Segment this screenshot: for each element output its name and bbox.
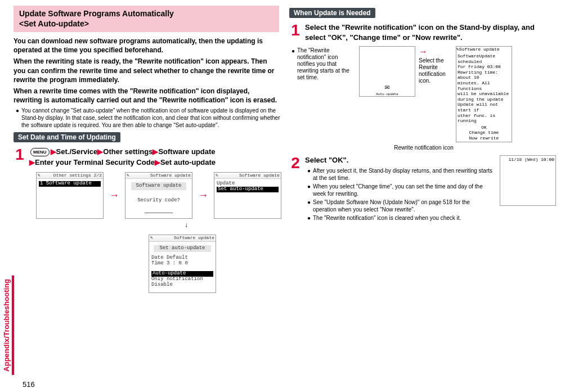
step-number-2: 2 [289, 155, 302, 222]
software-update-dialog: ✎Software update SoftwareUpdate schedule… [456, 46, 512, 142]
intro-paragraph-3: When a rewrite time comes with the "Rewr… [14, 87, 279, 105]
select-icon-annotation-text: Select the Rewrite notification icon. [419, 57, 446, 84]
right-step2-text: Select "OK". [305, 155, 495, 165]
step-number-1: 1 [14, 147, 26, 167]
sw-line7: Update will not start if [458, 102, 510, 112]
screen4-title: Software update [174, 236, 214, 241]
set-date-heading: Set Date and Time of Updating [14, 132, 120, 142]
step2-bullet1: After you select it, the Stand-by displa… [313, 167, 493, 182]
standby-clock-screenshot: 11/18 (Wed) 10:00 [500, 155, 556, 206]
menu-key-icon: MENU [30, 148, 50, 156]
nav-path: MENU▶Set./Service▶Other settings▶Softwar… [29, 147, 280, 167]
screen-security-code: ✎Software update Software update Securit… [125, 172, 192, 219]
bullet-dot-icon: ● [307, 199, 313, 213]
left-column: Update Software Programs Automatically <… [14, 6, 282, 293]
select-icon-annotation: → Select the Rewrite notification icon. [419, 46, 452, 84]
pencil-icon: ✎ [127, 173, 129, 178]
screen2-title: Software update [150, 173, 191, 178]
step2-bullet4: The "Rewrite notification" icon is clear… [313, 214, 461, 222]
screen4-heading: Set auto-update [154, 245, 211, 252]
right-step1-bullet: The "Rewrite notification" icon notifies… [297, 47, 353, 81]
right-step1-text: Select the "Rewrite notification" icon o… [305, 22, 556, 43]
right-step1-figure: ● The "Rewrite notification" icon notifi… [289, 46, 558, 142]
sw-line2: for Friday 03:00 [458, 64, 510, 70]
screen-update-menu: ✎Software update Update Set auto-update [214, 172, 281, 219]
screen-set-auto-update: ✎Software update Set auto-update Date De… [149, 235, 216, 292]
sw-line5: will be unavailable [458, 91, 510, 97]
sw-line8: other func. is running [458, 113, 510, 124]
sw-line4: minutes. All functions [458, 80, 510, 91]
nav-other-settings: Other settings [103, 147, 153, 156]
sw-change-time: Change time [458, 130, 510, 136]
right-step-1: 1 Select the "Rewrite notification" icon… [289, 22, 556, 43]
feature-title-line1: Update Software Programs Automatically [19, 9, 273, 19]
screen-other-settings: ✎Other settings 2/2 1 Software update [36, 172, 104, 219]
left-step-1: 1 MENU▶Set./Service▶Other settings▶Softw… [14, 147, 280, 167]
sw-line6: during the update [458, 97, 510, 102]
sw-ok: OK [458, 125, 510, 130]
screen1-title: Other settings 2/2 [53, 173, 102, 178]
step2-bullet3: See "Update Software Now (Update Now)" o… [313, 199, 493, 213]
intro-paragraph-1: You can download new software programs a… [14, 37, 279, 55]
sw-title: Software update [459, 47, 500, 52]
sw-now-rewrite: Now rewrite [458, 136, 510, 141]
screen1-selected-item: 1 Software update [39, 181, 101, 187]
nav-arrow-icon: ▶ [153, 147, 158, 156]
intro-bullet: ● You cannot change "Set auto-update" wh… [16, 107, 280, 129]
intro-bullet-text: You cannot change "Set auto-update" when… [21, 107, 280, 129]
right-step-2: 2 Select "OK". ●After you select it, the… [289, 155, 556, 222]
flow-arrow-right-icon: → [198, 190, 208, 201]
standby-screenshot: ✉ Auto-update [359, 46, 415, 97]
nav-set-auto: Set auto-update [160, 158, 216, 166]
screen-flow-row1: ✎Other settings 2/2 1 Software update → … [36, 172, 282, 219]
nav-arrow-icon: ▶ [155, 158, 160, 166]
screen2-prompt: Security code? [128, 198, 190, 204]
screen4-time: Time 3 : 0 0 [151, 261, 213, 267]
nav-arrow-icon: ▶ [97, 147, 103, 156]
nav-enter-code: Enter your Terminal Security Code [35, 158, 155, 166]
auto-update-icon: ✉ [385, 83, 389, 92]
bullet-dot-icon: ● [16, 107, 21, 129]
pencil-icon: ✎ [38, 173, 41, 178]
figure-caption: Rewrite notification icon [289, 145, 558, 151]
feature-title-box: Update Software Programs Automatically <… [14, 6, 279, 32]
sw-line3: Rewriting time: about 10 [458, 70, 510, 80]
bullet-dot-icon: ● [307, 183, 313, 197]
nav-arrow-icon: ▶ [29, 158, 35, 166]
nav-software-update: Software update [158, 147, 215, 156]
bullet-dot-icon: ● [292, 47, 297, 81]
when-update-heading: When Update is Needed [289, 8, 375, 18]
nav-arrow-icon: ▶ [51, 147, 56, 156]
auto-update-icon-label: Auto-update [376, 92, 398, 96]
right-column: When Update is Needed 1 Select the "Rewr… [289, 6, 558, 293]
side-tab: Appendix/Troubleshooting [1, 276, 14, 375]
bullet-dot-icon: ● [307, 167, 313, 182]
feature-title-line2: <Set Auto-update> [19, 19, 273, 29]
pointer-arrow-icon: → [419, 46, 452, 57]
sw-line1: SoftwareUpdate scheduled [458, 53, 510, 64]
flow-arrow-right-icon: → [109, 190, 119, 201]
nav-set-service: Set./Service [56, 147, 98, 156]
screen4-opt-disable: Disable [151, 282, 213, 288]
pencil-icon: ✎ [150, 236, 153, 241]
step-number-1: 1 [289, 22, 302, 43]
standby-clock-text: 11/18 (Wed) 10:00 [500, 156, 555, 164]
screen2-label: Software update [131, 182, 186, 190]
page-number: 516 [23, 380, 35, 389]
screen-flow-row2: ↓ ✎Software update Set auto-update Date … [14, 221, 216, 292]
step2-bullet2: When you select "Change time", you can s… [313, 183, 493, 197]
flow-arrow-down-icon: ↓ [185, 221, 188, 229]
screen3-selected: Set auto-update [217, 187, 279, 192]
bullet-dot-icon: ● [307, 214, 313, 222]
pencil-icon: ✎ [216, 173, 218, 178]
intro-paragraph-2: When the rewriting state is ready, the "… [14, 57, 279, 84]
screen3-title: Software update [239, 173, 280, 178]
